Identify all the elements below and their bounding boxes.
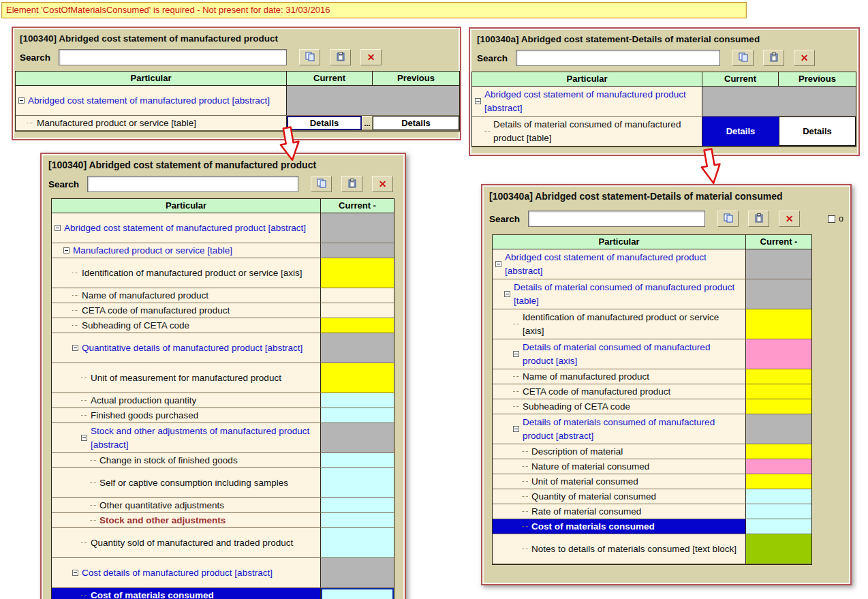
tree-row[interactable]: Description of material [493,444,811,459]
value-cell-cyan[interactable] [321,408,394,423]
tree-row[interactable]: Abridged cost statement of manufactured … [52,213,394,243]
tree-item[interactable]: Name of manufactured product [52,288,321,303]
tree-row[interactable]: CETA code of manufactured product [493,384,811,399]
tree-row[interactable]: Quantity of material consumed [493,489,811,504]
value-cell-yellow[interactable] [321,258,394,288]
tree-item[interactable]: Rate of material consumed [493,504,746,519]
tree-row[interactable]: Stock and other adjustments [52,513,394,528]
tree-row[interactable]: Details of materials consumed of manufac… [493,414,811,444]
tree-row[interactable]: Finished goods purchased [52,408,394,423]
value-cell-pink[interactable] [746,459,811,474]
value-cell-cyan[interactable] [321,498,394,512]
tree-item[interactable]: Abridged cost statement of manufactured … [493,249,746,279]
tree-row[interactable]: Unit of material consumed [493,474,811,489]
tree-row[interactable]: Notes to details of materials consumed [… [493,534,811,564]
details-button[interactable]: Details [373,116,459,130]
value-cell-cyan[interactable] [321,588,394,599]
delete-button[interactable]: ✕ [360,49,382,65]
tree-row[interactable]: Abridged cost statement of manufactured … [493,249,811,279]
tree-item[interactable]: Abridged cost statement of manufactured … [472,87,702,116]
value-cell-yellow[interactable] [746,399,811,414]
tree-row[interactable]: Cost of materials consumed [52,588,394,599]
details-button[interactable]: Details [779,117,856,146]
value-cell-cyan[interactable] [321,528,394,557]
value-cell-green[interactable] [746,534,811,564]
tree-row[interactable]: Identification of manufactured product o… [52,258,394,288]
tree-item[interactable]: Quantitative details of manufactured pro… [52,333,321,363]
tree-item[interactable]: Abridged cost statement of manufactured … [52,213,321,243]
tree-item[interactable]: Unit of material consumed [493,474,746,489]
delete-button[interactable]: ✕ [372,176,393,192]
tree-row[interactable]: Subheading of CETA code [493,399,811,414]
value-cell-yellow[interactable] [746,384,811,399]
option-checkbox[interactable] [828,215,835,223]
more-button[interactable]: ... [362,116,373,130]
tree-item[interactable]: Notes to details of materials consumed [… [493,534,746,564]
value-cell-yellow[interactable] [746,444,811,459]
tree-item[interactable]: Identification of manufactured product o… [52,258,321,288]
tree-item[interactable]: Abridged cost statement of manufactured … [16,86,287,115]
tree-item[interactable]: Manufactured product or service [table] [52,243,321,258]
value-cell-cyan[interactable] [746,489,811,504]
tree-item[interactable]: Quantity of material consumed [493,489,746,504]
collapse-toggle-icon[interactable] [513,351,519,357]
tree-row[interactable]: Other quantitative adjustments [52,498,394,513]
value-cell-cyan[interactable] [321,393,394,408]
tree-item[interactable]: Actual production quantity [52,393,321,408]
tree-item[interactable]: Description of material [493,444,746,459]
tree-item[interactable]: Name of manufactured product [493,369,746,384]
collapse-toggle-icon[interactable] [495,261,501,267]
tree-item[interactable]: Finished goods purchased [52,408,321,423]
value-cell-cyan[interactable] [746,519,811,534]
tree-row[interactable]: Change in stock of finished goods [52,453,394,468]
collapse-toggle-icon[interactable] [63,247,69,254]
tree-item[interactable]: Cost details of manufactured product [ab… [52,558,321,587]
tree-item[interactable]: Details of material consumed of manufact… [472,117,702,146]
tree-row[interactable]: CETA code of manufactured product [52,303,394,318]
tree-item[interactable]: Quantity sold of manufactured and traded… [52,528,321,557]
collapse-toggle-icon[interactable] [55,225,61,231]
tree-row[interactable]: Quantity sold of manufactured and traded… [52,528,394,558]
value-cell-cyan[interactable] [321,453,394,467]
tree-item[interactable]: Nature of material consumed [493,459,746,474]
tree-item[interactable]: Details of material consumed of manufact… [493,279,746,309]
paste-button[interactable] [748,211,769,227]
copy-button[interactable] [717,211,739,227]
tree-item[interactable]: Subheading of CETA code [52,318,321,333]
search-input[interactable] [516,50,720,66]
tree-item[interactable]: Manufactured product or service [table] [16,116,287,130]
value-cell-cyan[interactable] [321,513,394,527]
tree-row[interactable]: Manufactured product or service [table] [52,243,394,258]
collapse-toggle-icon[interactable] [504,291,510,297]
tree-item[interactable]: Unit of measurement for manufactured pro… [52,363,321,393]
tree-row[interactable]: Identification of manufactured product o… [493,309,811,339]
collapse-toggle-icon[interactable] [81,435,87,441]
tree-row[interactable]: Details of material consumed of manufact… [472,117,856,147]
tree-row[interactable]: Abridged cost statement of manufactured … [472,87,856,117]
collapse-toggle-icon[interactable] [72,345,78,351]
value-cell-yellow[interactable] [321,363,394,393]
tree-row[interactable]: Details of material consumed of manufact… [493,279,811,309]
tree-row[interactable]: Nature of material consumed [493,459,811,474]
value-cell-yellow[interactable] [746,369,811,384]
tree-item[interactable]: Subheading of CETA code [493,399,746,414]
collapse-toggle-icon[interactable] [18,97,25,104]
tree-row[interactable]: Subheading of CETA code [52,318,394,333]
copy-button[interactable] [732,50,754,66]
tree-row[interactable]: Rate of material consumed [493,504,811,519]
tree-row[interactable]: Stock and other adjustments of manufactu… [52,423,394,453]
tree-row[interactable]: Cost of materials consumed [493,519,811,534]
copy-button[interactable] [299,49,320,65]
tree-item[interactable]: Change in stock of finished goods [52,453,321,467]
tree-item[interactable]: Stock and other adjustments of manufactu… [52,423,321,452]
tree-row[interactable]: Unit of measurement for manufactured pro… [52,363,394,393]
details-button[interactable]: Details [726,126,756,136]
tree-row[interactable]: Quantitative details of manufactured pro… [52,333,394,363]
search-input[interactable] [59,49,287,65]
delete-button[interactable]: ✕ [779,211,800,227]
delete-button[interactable]: ✕ [794,50,815,66]
collapse-toggle-icon[interactable] [513,426,519,432]
value-cell-cyan[interactable] [321,468,394,497]
value-cell-pink[interactable] [746,339,811,369]
collapse-toggle-icon[interactable] [72,570,78,576]
